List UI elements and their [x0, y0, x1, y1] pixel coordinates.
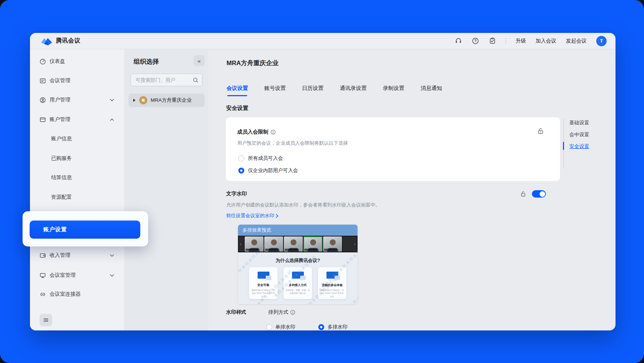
- anchor-inmeeting-settings[interactable]: 会中设置: [569, 131, 589, 138]
- sidebar-item-label: 用户管理: [50, 97, 110, 103]
- feature-illustration: [326, 272, 338, 279]
- preview-feature-card: 安全可靠 获得等保2.0三级认证、可信云 SOC2 Type2 等专业认证: [249, 267, 278, 299]
- radio-label: 多排水印: [328, 324, 348, 330]
- thumbnail-partial: ‹: [239, 236, 244, 252]
- tab-message-notify[interactable]: 消息通知: [421, 85, 442, 96]
- meeting-room-display-icon: [40, 272, 46, 279]
- watermark-preview-image: 多排效果预览 ‹ › 为什么选择腾讯会议? 安全可靠: [238, 225, 358, 304]
- main-content: MRA方舟重庆企业 会议设置 账号设置 日历设置 通讯录设置 录制设置 消息通知…: [208, 49, 616, 330]
- prev-arrow-icon: ‹: [240, 242, 241, 246]
- org-selection-panel: 组织选择 «: [125, 49, 208, 330]
- feature-illustration: [258, 272, 269, 279]
- chevron-down-icon: [110, 254, 114, 257]
- radio-multi-row-watermark[interactable]: 多排水印: [318, 324, 348, 330]
- sidebar-item-room-connector[interactable]: 会议室连接器: [35, 287, 119, 302]
- chevron-right-icon: [276, 214, 278, 218]
- sidebar-item-meeting-management[interactable]: 会议管理: [35, 73, 119, 88]
- sidebar-subitem-purchased-services[interactable]: 已购服务: [35, 151, 119, 166]
- left-sidebar: 仪表盘 会议管理 用户管理: [30, 49, 125, 330]
- watermark-toggle-on[interactable]: [532, 190, 546, 198]
- lock-open-icon[interactable]: [537, 128, 544, 134]
- feature-illustration: [292, 272, 304, 279]
- radio-label: 仅企业内部用户可入会: [248, 167, 298, 174]
- sidebar-subitem-label: 结算信息: [51, 174, 72, 181]
- anchor-basic-settings[interactable]: 基础设置: [569, 120, 589, 126]
- thumbnail-partial: ›: [343, 236, 357, 252]
- tab-contacts-settings[interactable]: 通讯录设置: [340, 85, 367, 96]
- sidebar-item-user-management[interactable]: 用户管理: [35, 93, 119, 107]
- sidebar-item-label: 会议室管理: [50, 272, 110, 279]
- sidebar-subitem-account-info[interactable]: 账户信息: [35, 131, 119, 146]
- info-icon[interactable]: [290, 310, 295, 315]
- feature-title: 流畅的参会体验: [322, 283, 343, 287]
- lock-open-small-icon[interactable]: [520, 191, 526, 197]
- info-icon[interactable]: [271, 130, 276, 135]
- app-window: 腾讯会议 ?: [30, 33, 616, 330]
- tab-calendar-settings[interactable]: 日历设置: [302, 85, 323, 96]
- chevron-down-icon: [110, 99, 114, 101]
- org-search-input[interactable]: [135, 77, 193, 83]
- sidebar-subitem-resource-config[interactable]: 资源配置: [35, 190, 119, 205]
- support-headset-icon[interactable]: [455, 37, 462, 45]
- member-limit-title: 成员入会限制: [237, 129, 268, 135]
- next-arrow-icon: ›: [354, 242, 355, 246]
- arrange-label-text: 排列方式: [268, 309, 288, 316]
- search-icon: [193, 77, 198, 83]
- tab-recording-settings[interactable]: 录制设置: [383, 85, 405, 96]
- watermark-room-link[interactable]: 前往设置会议室的水印: [226, 212, 278, 219]
- feature-subtext: 获得等保2.0三级认证、可信云 SOC2 Type2 等专业认证: [249, 289, 278, 298]
- watermark-style-row: 水印样式 排列方式: [226, 309, 295, 316]
- tab-meeting-settings[interactable]: 会议设置: [227, 85, 248, 96]
- help-icon[interactable]: ?: [472, 37, 479, 45]
- preview-question: 为什么选择腾讯会议?: [238, 258, 358, 264]
- sidebar-subitem-label: 资源配置: [51, 194, 72, 201]
- user-avatar[interactable]: T: [596, 36, 607, 46]
- sidebar-item-income-management[interactable]: 收入管理: [35, 248, 119, 263]
- sidebar-item-account-settings-highlighted[interactable]: 账户设置: [30, 221, 140, 239]
- radio-internal-only[interactable]: 仅企业内部用户可入会: [238, 167, 298, 174]
- org-tree-item[interactable]: MRA方舟重庆企业: [128, 94, 205, 107]
- radio-circle-icon: [238, 155, 244, 161]
- upgrade-button[interactable]: 升级: [516, 38, 526, 44]
- participant-thumbnail: [284, 236, 303, 252]
- start-meeting-button[interactable]: 发起会议: [566, 38, 587, 44]
- sidebar-item-label: 会议室连接器: [50, 291, 119, 298]
- user-icon: [40, 97, 46, 103]
- feature-subtext: 获得等保2.0三级认证、可信云 SOC2 Type2 等专业认证: [318, 289, 346, 298]
- preview-body: 为什么选择腾讯会议? 安全可靠 获得等保2.0三级认证、可信云 SOC2 Typ…: [238, 252, 358, 304]
- join-meeting-button[interactable]: 加入会议: [536, 38, 556, 44]
- sidebar-item-rooms-management[interactable]: 会议室管理: [35, 268, 119, 283]
- chevron-down-icon: [110, 274, 114, 277]
- wallet-icon: [40, 252, 46, 259]
- radio-circle-icon: [266, 324, 272, 330]
- header-divider: [506, 38, 506, 44]
- desktop-background: 腾讯会议 ?: [0, 0, 644, 363]
- account-settings-label: 账户设置: [43, 226, 67, 233]
- radio-single-row-watermark[interactable]: 单排水印: [266, 324, 295, 330]
- participant-thumbnail: [245, 236, 264, 252]
- collapse-sidebar-icon: [43, 317, 49, 323]
- watermark-style-options: 单排水印 多排水印: [266, 324, 348, 330]
- feature-title: 多种接入方式: [289, 283, 307, 287]
- preview-feature-card: 多种接入方式 支持手机、电脑、平板、会议室系统一键入会: [284, 267, 312, 299]
- sidebar-item-label: 账户管理: [50, 116, 110, 123]
- sidebar-collapse-button[interactable]: [40, 314, 52, 326]
- account-card-icon: [40, 117, 46, 123]
- tab-account-settings[interactable]: 账号设置: [264, 85, 286, 96]
- sidebar-item-dashboard[interactable]: 仪表盘: [35, 54, 119, 69]
- preview-header: 多排效果预览: [238, 225, 358, 236]
- participant-thumbnail: [264, 236, 283, 252]
- panel-collapse-button[interactable]: «: [194, 55, 205, 66]
- dashboard-icon: [40, 58, 46, 65]
- preview-header-label: 多排效果预览: [242, 227, 271, 233]
- member-limit-card: 成员入会限制 用户预定的会议，企业成员入会限制将默认以下选择 所有成员可入会 仅…: [226, 117, 560, 181]
- anchor-security-settings[interactable]: 安全设置: [569, 143, 589, 150]
- watermark-desc: 允许用户创建的会议默认添加水印，参会者将看到水印嵌入会议画面中。: [226, 202, 380, 208]
- feedback-clipboard-icon[interactable]: [489, 37, 496, 45]
- watermark-title: 文字水印: [226, 191, 247, 197]
- caret-right-icon[interactable]: [133, 98, 136, 102]
- sidebar-subitem-billing-info[interactable]: 结算信息: [35, 170, 119, 185]
- sidebar-item-label: 会议管理: [50, 77, 119, 84]
- radio-all-members[interactable]: 所有成员可入会: [238, 155, 283, 162]
- sidebar-item-account-management[interactable]: 账户管理: [35, 112, 119, 127]
